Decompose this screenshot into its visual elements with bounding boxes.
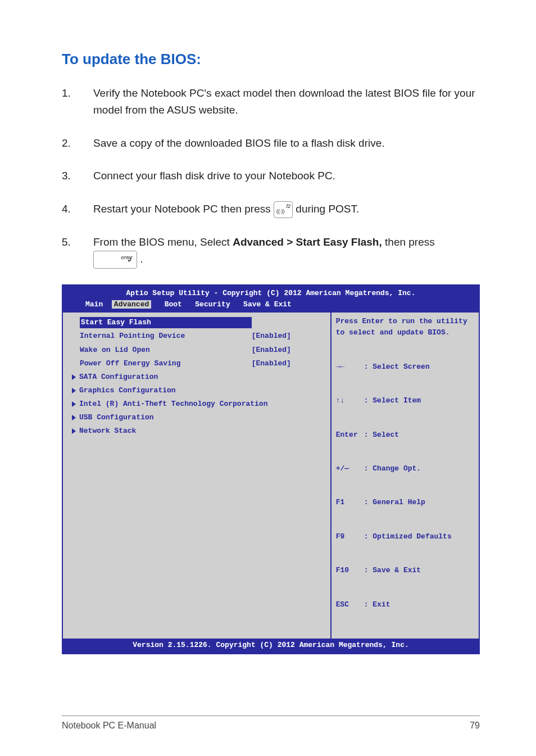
legend-key: F10 [336,565,364,576]
bios-item-value [252,317,325,328]
step-number: 5. [62,234,93,269]
legend-key: Enter [336,429,364,441]
submenu-arrow-icon [72,428,76,434]
submenu-arrow-icon [72,374,76,380]
legend-text: : Select [364,429,399,441]
step-text: Verify the Notebook PC's exact model the… [93,85,480,119]
legend-text: : Select Item [364,395,421,406]
bios-submenu-label: SATA Configuration [79,372,158,383]
bios-help-panel: Press Enter to run the utility to select… [331,311,479,639]
bios-submenu-label: Graphics Configuration [79,385,176,396]
step-text-post: . [140,253,143,265]
tab-save-exit[interactable]: Save & Exit [243,300,292,309]
bios-item-value: [Enabled] [252,331,325,342]
step-1: 1. Verify the Notebook PC's exact model … [62,85,480,119]
bios-footer: Version 2.15.1226. Copyright (C) 2012 Am… [63,639,479,653]
legend-text: : Select Screen [364,361,430,373]
step-text-post: during POST. [296,203,359,215]
tab-advanced[interactable]: Advanced [112,300,151,309]
f2-keycap: f2 ((·)) [274,201,293,218]
legend-text: : Save & Exit [364,565,421,576]
bios-submenu-label: Network Stack [79,425,136,437]
legend-key: F9 [336,531,364,542]
bios-title: Aptio Setup Utility - Copyright (C) 2012… [63,286,479,299]
bios-item-label: Wake on Lid Open [80,345,252,356]
bios-submenu-usb[interactable]: USB Configuration [69,411,325,424]
legend-key: F1 [336,497,364,508]
page-number: 79 [470,721,480,731]
bios-help-text: Press Enter to run the utility to select… [336,316,474,338]
legend-text: : Exit [364,599,390,610]
enter-keycap: enter ↲ [93,251,137,269]
bios-submenu-label: USB Configuration [79,412,154,423]
step-text: Save a copy of the downloaded BIOS file … [93,135,480,152]
bios-body: Start Easy Flash Internal Pointing Devic… [63,311,479,639]
legend-text: : Optimized Defaults [364,531,452,542]
step-text-pre: From the BIOS menu, Select [93,236,233,248]
tab-main[interactable]: Main [85,300,103,309]
bios-item-start-easy-flash[interactable]: Start Easy Flash [69,316,325,329]
step-number: 4. [62,201,93,218]
key-label: f2 [287,202,291,210]
bios-item-label: Power Off Energy Saving [80,358,252,369]
bios-submenu-label: Intel (R) Anti-Theft Technology Corporat… [79,399,267,410]
step-5: 5. From the BIOS menu, Select Advanced >… [62,234,480,269]
step-list: 1. Verify the Notebook PC's exact model … [62,85,480,269]
step-text-mid: then press [385,236,435,248]
bios-submenu-sata[interactable]: SATA Configuration [69,370,325,384]
bios-key-legend: →←: Select Screen ↑↓: Select Item Enter:… [336,339,474,633]
legend-key: ↑↓ [336,395,364,406]
step-number: 2. [62,135,93,152]
wifi-icon: ((·)) [276,207,285,215]
submenu-arrow-icon [72,415,76,420]
step-number: 1. [62,85,93,119]
bios-item-internal-pointing[interactable]: Internal Pointing Device [Enabled] [69,329,325,343]
bios-submenu-network[interactable]: Network Stack [69,424,325,438]
step-number: 3. [62,168,93,184]
bios-item-value: [Enabled] [252,345,325,356]
legend-key: →← [336,361,364,373]
legend-key: +/— [336,463,364,474]
bios-item-label: Internal Pointing Device [80,331,252,342]
bios-tabs: Main Advanced Boot Security Save & Exit [63,299,479,311]
tab-boot[interactable]: Boot [165,300,182,309]
tab-security[interactable]: Security [195,300,230,309]
bios-item-value: [Enabled] [252,358,325,369]
enter-arrow-icon: ↲ [127,255,132,265]
step-2: 2. Save a copy of the downloaded BIOS fi… [62,135,480,152]
step-3: 3. Connect your flash disk drive to your… [62,168,480,184]
submenu-arrow-icon [72,388,76,393]
step-text: Restart your Notebook PC then press f2 (… [93,201,480,218]
bios-item-power-off[interactable]: Power Off Energy Saving [Enabled] [69,357,325,370]
bios-screenshot: Aptio Setup Utility - Copyright (C) 2012… [62,284,480,654]
step-text-bold: Advanced > Start Easy Flash, [233,236,382,248]
bios-main-panel: Start Easy Flash Internal Pointing Devic… [63,311,331,639]
step-4: 4. Restart your Notebook PC then press f… [62,201,480,218]
footer-title: Notebook PC E-Manual [62,721,156,731]
step-text: From the BIOS menu, Select Advanced > St… [93,234,480,269]
legend-key: ESC [336,599,364,610]
page-footer: Notebook PC E-Manual 79 [62,716,480,731]
legend-text: : Change Opt. [364,463,421,474]
bios-submenu-graphics[interactable]: Graphics Configuration [69,384,325,397]
submenu-arrow-icon [72,401,76,407]
legend-text: : General Help [364,497,425,508]
bios-item-wake-lid[interactable]: Wake on Lid Open [Enabled] [69,343,325,357]
section-heading: To update the BIOS: [62,51,480,68]
bios-item-label: Start Easy Flash [80,317,252,328]
step-text-pre: Restart your Notebook PC then press [93,203,274,215]
step-text: Connect your flash disk drive to your No… [93,168,480,184]
bios-submenu-anti-theft[interactable]: Intel (R) Anti-Theft Technology Corporat… [69,397,325,411]
